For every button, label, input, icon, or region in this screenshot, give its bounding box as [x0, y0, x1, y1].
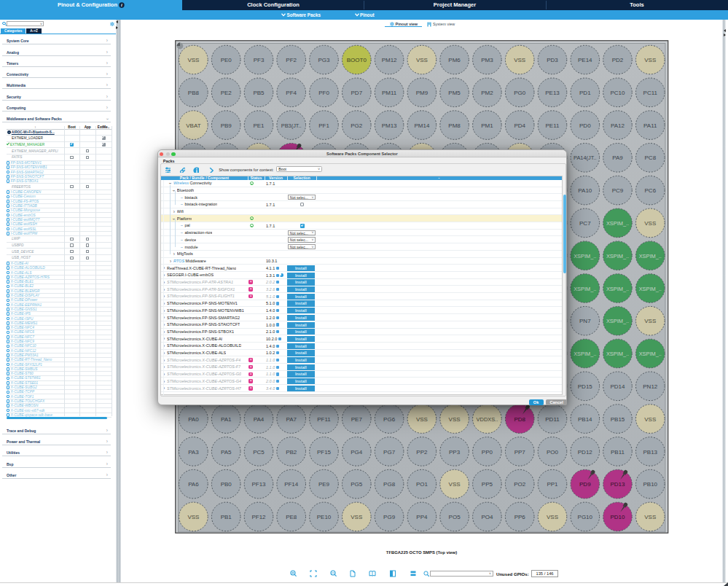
- svg-text:XSPIM_..: XSPIM_..: [606, 351, 629, 357]
- svg-text:PD12: PD12: [578, 449, 593, 456]
- svg-text:PP3: PP3: [449, 449, 461, 456]
- svg-text:PE11: PE11: [546, 122, 560, 129]
- svg-text:PM6: PM6: [448, 57, 461, 63]
- svg-text:PM8: PM8: [448, 122, 461, 129]
- svg-text:PD15: PD15: [578, 383, 593, 390]
- svg-text:PF15: PF15: [317, 449, 332, 456]
- svg-text:PG3: PG3: [318, 57, 330, 63]
- svg-text:PC10: PC10: [610, 90, 625, 96]
- svg-text:VSS: VSS: [547, 514, 558, 520]
- svg-text:PO0: PO0: [547, 449, 559, 456]
- svg-text:PP7: PP7: [514, 449, 526, 456]
- svg-text:PF4: PF4: [286, 90, 297, 96]
- svg-text:PM13: PM13: [382, 122, 397, 129]
- svg-text:PC11: PC11: [643, 90, 658, 96]
- svg-text:PD1: PD1: [579, 90, 591, 96]
- svg-text:PB13: PB13: [643, 449, 658, 456]
- svg-text:PB1: PB1: [221, 514, 232, 520]
- svg-text:PA10: PA10: [578, 187, 592, 194]
- svg-text:VSS: VSS: [351, 514, 362, 520]
- svg-text:XSPIM_..: XSPIM_..: [574, 286, 596, 292]
- svg-text:PO2: PO2: [514, 481, 526, 488]
- svg-text:PC5: PC5: [253, 449, 265, 456]
- svg-text:XSPIM_..: XSPIM_..: [639, 286, 662, 292]
- svg-text:PD2: PD2: [612, 57, 624, 63]
- svg-text:PB3(JT..: PB3(JT..: [281, 122, 302, 129]
- svg-text:PO1: PO1: [416, 481, 428, 488]
- svg-text:PG6: PG6: [383, 416, 396, 423]
- svg-text:PE8: PE8: [286, 514, 297, 520]
- svg-text:PP0: PP0: [482, 449, 493, 456]
- svg-text:VSS: VSS: [644, 416, 656, 423]
- svg-text:i: i: [121, 3, 122, 8]
- svg-text:PM14: PM14: [414, 122, 429, 129]
- svg-text:VSS: VSS: [187, 514, 199, 520]
- svg-text:PM2: PM2: [481, 90, 493, 96]
- svg-text:PO5: PO5: [449, 514, 461, 520]
- svg-text:PF1: PF1: [318, 122, 329, 129]
- svg-text:XSPIM_..: XSPIM_..: [639, 351, 662, 357]
- svg-text:PP4: PP4: [416, 514, 428, 520]
- svg-text:PE14: PE14: [578, 57, 592, 63]
- svg-text:PF0: PF0: [318, 90, 329, 96]
- svg-text:PP1: PP1: [547, 481, 558, 488]
- svg-text:PD3: PD3: [547, 57, 558, 63]
- svg-text:PD11: PD11: [545, 416, 560, 423]
- svg-text:VSS: VSS: [644, 57, 656, 63]
- svg-text:PM12: PM12: [382, 57, 397, 63]
- svg-text:PP5: PP5: [482, 481, 493, 488]
- svg-text:PG5: PG5: [351, 481, 363, 488]
- svg-text:PA11: PA11: [643, 122, 657, 129]
- svg-text:PA1: PA1: [221, 416, 232, 423]
- svg-text:PB9: PB9: [221, 122, 232, 129]
- svg-text:PG9: PG9: [383, 514, 396, 520]
- svg-text:PF13: PF13: [251, 481, 266, 488]
- svg-text:XSPIM_..: XSPIM_..: [574, 351, 596, 357]
- svg-text:PF2: PF2: [286, 57, 297, 63]
- svg-text:XSPIM_..: XSPIM_..: [606, 318, 629, 324]
- svg-text:PA6: PA6: [188, 481, 199, 488]
- svg-text:PM5: PM5: [448, 90, 461, 96]
- svg-text:XSPIM_..: XSPIM_..: [606, 286, 629, 292]
- svg-text:PD8: PD8: [514, 416, 525, 423]
- svg-text:PM1: PM1: [481, 122, 493, 129]
- svg-text:PB11: PB11: [611, 449, 625, 456]
- svg-text:VSS: VSS: [644, 514, 656, 520]
- svg-text:PE2: PE2: [221, 90, 232, 96]
- svg-text:PG8: PG8: [383, 481, 396, 488]
- svg-text:PA12: PA12: [611, 122, 625, 129]
- svg-text:VSS: VSS: [449, 481, 461, 488]
- svg-text:PN7: PN7: [579, 318, 591, 324]
- svg-text:PG10: PG10: [578, 514, 593, 520]
- svg-text:PB10: PB10: [643, 481, 658, 488]
- svg-text:PA9: PA9: [612, 155, 623, 161]
- svg-text:PE7: PE7: [351, 416, 363, 423]
- svg-text:PA5: PA5: [221, 449, 232, 456]
- svg-text:PG4: PG4: [351, 449, 363, 456]
- svg-text:PD0: PD0: [579, 122, 591, 129]
- svg-text:PA3: PA3: [188, 449, 199, 456]
- svg-text:PG2: PG2: [351, 122, 363, 129]
- svg-text:XSPIM_..: XSPIM_..: [606, 220, 629, 227]
- svg-text:PD9: PD9: [579, 481, 591, 488]
- svg-text:VSS: VSS: [187, 57, 199, 63]
- svg-text:PB15: PB15: [611, 416, 625, 423]
- svg-text:VSS: VSS: [514, 57, 525, 63]
- svg-text:PC8: PC8: [645, 155, 657, 161]
- svg-text:XSPIM_..: XSPIM_..: [574, 253, 596, 259]
- svg-text:PF12: PF12: [251, 514, 266, 520]
- svg-text:VSS: VSS: [644, 318, 656, 324]
- svg-text:PE9: PE9: [318, 481, 330, 488]
- svg-text:PE10: PE10: [317, 514, 332, 520]
- svg-text:BOOT0: BOOT0: [347, 57, 367, 63]
- svg-text:PD4: PD4: [514, 122, 525, 129]
- svg-text:PP6: PP6: [514, 514, 526, 520]
- svg-text:VSS: VSS: [644, 220, 656, 227]
- svg-text:PE0: PE0: [221, 57, 232, 63]
- svg-text:PC6: PC6: [645, 187, 657, 194]
- svg-text:PM3: PM3: [481, 57, 493, 63]
- svg-text:PE13: PE13: [545, 90, 560, 96]
- svg-text:PF3: PF3: [254, 57, 265, 63]
- svg-text:PD10: PD10: [610, 514, 625, 520]
- svg-text:VSS: VSS: [416, 416, 428, 423]
